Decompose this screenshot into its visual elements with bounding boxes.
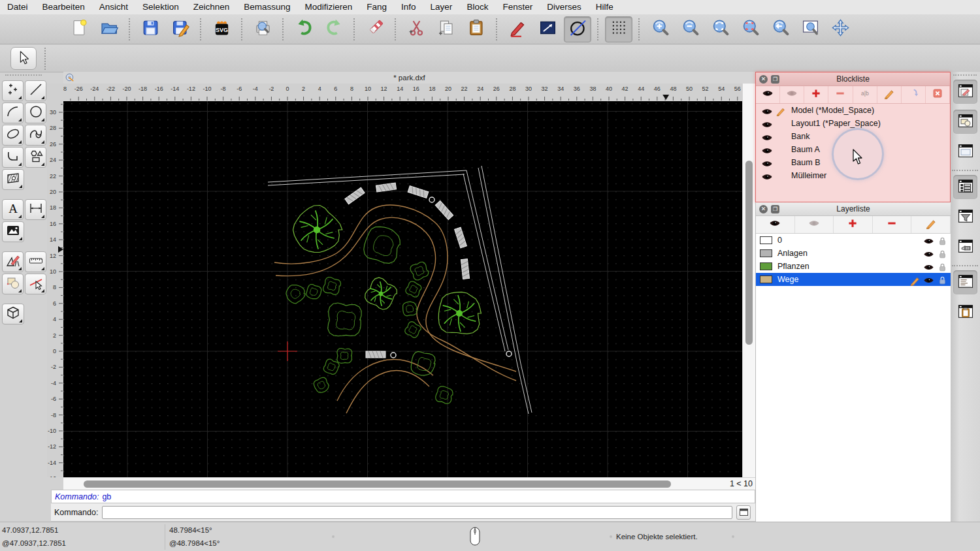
insert-block-button[interactable] bbox=[902, 86, 926, 103]
new-button[interactable] bbox=[65, 16, 93, 42]
remove-layer-button[interactable] bbox=[873, 216, 912, 233]
lock-icon[interactable] bbox=[937, 249, 948, 259]
print-preview-button[interactable] bbox=[249, 16, 276, 42]
menu-fenster[interactable]: Fenster bbox=[495, 0, 540, 14]
menu-fang[interactable]: Fang bbox=[359, 0, 394, 14]
tool-circle-button[interactable] bbox=[25, 102, 46, 123]
dock-filter-window-button[interactable] bbox=[953, 205, 977, 229]
tool-measure-button[interactable] bbox=[25, 251, 46, 272]
remove-block-button[interactable] bbox=[828, 86, 853, 103]
show-all-button[interactable] bbox=[756, 86, 780, 103]
cut-button[interactable] bbox=[402, 16, 430, 42]
lock-icon[interactable] bbox=[937, 236, 948, 245]
dock-drag-handle[interactable] bbox=[953, 74, 977, 76]
eye-icon[interactable] bbox=[923, 262, 934, 272]
tool-ellipse-button[interactable] bbox=[2, 125, 24, 146]
layer-row-anlagen[interactable]: Anlagen bbox=[756, 247, 951, 260]
layer-row-pflanzen[interactable]: Pflanzen bbox=[756, 260, 951, 273]
pen-edit-button[interactable] bbox=[504, 16, 531, 42]
layer-row-wege[interactable]: Wege bbox=[756, 273, 951, 286]
dock-blank-window-button[interactable] bbox=[953, 140, 977, 164]
block-row[interactable]: Model (*Model_Space) bbox=[756, 104, 950, 117]
eye-icon[interactable] bbox=[923, 249, 934, 259]
close-icon[interactable]: ✕ bbox=[759, 205, 768, 213]
lock-icon[interactable] bbox=[937, 275, 948, 285]
eye-icon[interactable] bbox=[761, 145, 773, 155]
edit-block-button[interactable] bbox=[877, 86, 902, 103]
eye-icon[interactable] bbox=[761, 106, 773, 116]
menu-info[interactable]: Info bbox=[394, 0, 423, 14]
layer-list-title-bar[interactable]: ✕ ❐ Layerliste bbox=[756, 202, 951, 216]
hide-all-button[interactable] bbox=[780, 86, 804, 103]
copy-button[interactable] bbox=[433, 16, 460, 42]
rect-arrow-button[interactable] bbox=[534, 16, 561, 42]
tool-points-button[interactable] bbox=[2, 80, 24, 101]
delete-button[interactable] bbox=[361, 16, 389, 42]
drawing-canvas[interactable] bbox=[63, 101, 742, 477]
tool-text-button[interactable]: A bbox=[2, 199, 24, 220]
tool-deselect-button[interactable] bbox=[25, 274, 46, 294]
menu-layer[interactable]: Layer bbox=[423, 0, 460, 14]
dock-list-window-button[interactable] bbox=[953, 175, 977, 199]
tool-line-button[interactable] bbox=[25, 80, 46, 101]
auto-zoom-button[interactable] bbox=[706, 16, 734, 42]
paste-button[interactable] bbox=[463, 16, 490, 42]
eye-icon[interactable] bbox=[761, 132, 773, 142]
add-layer-button[interactable] bbox=[834, 216, 873, 233]
lock-icon[interactable] bbox=[937, 262, 948, 272]
save-as-button[interactable] bbox=[167, 16, 194, 42]
add-block-button[interactable] bbox=[804, 86, 828, 103]
menu-datei[interactable]: Datei bbox=[0, 0, 35, 14]
vertical-scrollbar[interactable] bbox=[742, 84, 756, 477]
tool-hatch-button[interactable] bbox=[2, 169, 24, 190]
previous-view-button[interactable] bbox=[766, 16, 794, 42]
block-list-title-bar[interactable]: ✕ ❐ Blockliste bbox=[756, 72, 950, 86]
dock-clipboard-window-button[interactable] bbox=[953, 300, 977, 324]
zoom-out-button[interactable] bbox=[676, 16, 704, 42]
window-zoom-button[interactable] bbox=[796, 16, 824, 42]
eye-icon[interactable] bbox=[923, 275, 934, 285]
zoom-selection-button[interactable] bbox=[736, 16, 764, 42]
snap-grid-button[interactable] bbox=[605, 16, 632, 42]
menu-diverses[interactable]: Diverses bbox=[540, 0, 589, 14]
menu-modifizieren[interactable]: Modifizieren bbox=[298, 0, 360, 14]
float-panel-icon[interactable]: ❐ bbox=[771, 205, 779, 213]
menu-selektion[interactable]: Selektion bbox=[135, 0, 186, 14]
menu-zeichnen[interactable]: Zeichnen bbox=[186, 0, 237, 14]
float-panel-icon[interactable]: ❐ bbox=[771, 75, 779, 84]
horizontal-scrollbar-thumb[interactable] bbox=[84, 480, 671, 488]
menu-block[interactable]: Block bbox=[459, 0, 495, 14]
command-options-button[interactable] bbox=[736, 505, 751, 520]
document-title-bar[interactable]: * park.dxf bbox=[63, 72, 755, 84]
show-all-layers-button[interactable] bbox=[756, 216, 795, 233]
remove-all-blocks-button[interactable] bbox=[926, 86, 950, 103]
rename-block-button[interactable]: a|b bbox=[853, 86, 877, 103]
zoom-in-button[interactable] bbox=[646, 16, 674, 42]
hide-all-layers-button[interactable] bbox=[795, 216, 834, 233]
circle-line-button[interactable] bbox=[564, 16, 591, 42]
eye-icon[interactable] bbox=[761, 158, 773, 168]
pan-button[interactable] bbox=[826, 16, 854, 42]
dock-draw-window-button[interactable] bbox=[953, 80, 977, 104]
tool-shapes-button[interactable] bbox=[25, 147, 46, 168]
save-button[interactable] bbox=[137, 16, 164, 42]
command-input[interactable] bbox=[102, 506, 732, 519]
vertical-scrollbar-thumb[interactable] bbox=[745, 161, 753, 345]
dock-wall-window-button[interactable] bbox=[953, 235, 977, 259]
tool-arc-button[interactable] bbox=[2, 102, 24, 123]
selection-tool-button[interactable] bbox=[10, 47, 37, 70]
undo-button[interactable] bbox=[290, 16, 318, 42]
menu-hilfe[interactable]: Hilfe bbox=[589, 0, 621, 14]
tool-spline-button[interactable] bbox=[25, 125, 46, 146]
open-button[interactable] bbox=[95, 16, 123, 42]
menu-ansicht[interactable]: Ansicht bbox=[92, 0, 135, 14]
redo-button[interactable] bbox=[320, 16, 348, 42]
tool-dimension-button[interactable] bbox=[25, 199, 46, 220]
layer-row-0[interactable]: 0 bbox=[756, 234, 951, 247]
palette-drag-handle[interactable] bbox=[5, 74, 42, 76]
eye-icon[interactable] bbox=[761, 171, 773, 181]
eye-icon[interactable] bbox=[761, 119, 773, 129]
menu-bemassung[interactable]: Bemassung bbox=[237, 0, 297, 14]
horizontal-scrollbar[interactable]: 1 < 10 bbox=[63, 477, 755, 490]
export-svg-button[interactable]: SVG bbox=[208, 16, 235, 42]
